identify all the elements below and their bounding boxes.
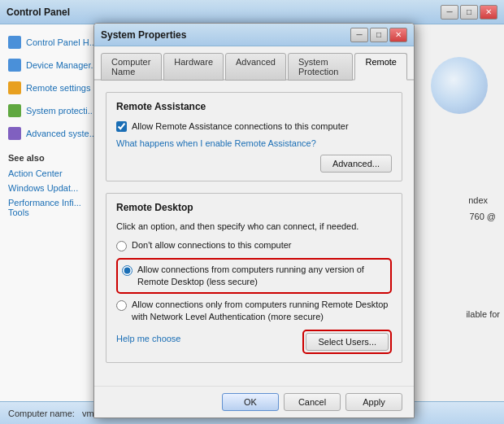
select-users-button[interactable]: Select Users... [306, 333, 389, 351]
remote-assistance-advanced-button[interactable]: Advanced... [320, 155, 392, 173]
radio-nla-label: Allow connections only from computers ru… [132, 299, 392, 323]
remote-desktop-description: Click an option, and then specify who ca… [116, 221, 392, 231]
dialog-titlebar: System Properties ─ □ ✕ [94, 24, 414, 46]
radio-allow-any-label: Allow connections from computers running… [137, 264, 386, 288]
ok-button[interactable]: OK [222, 393, 279, 411]
dialog-window-controls: ─ □ ✕ [350, 28, 407, 42]
select-users-area: Help me choose Select Users... [116, 330, 392, 354]
tab-advanced[interactable]: Advanced [225, 53, 286, 81]
apply-button[interactable]: Apply [345, 393, 402, 411]
radio-nla-row: Allow connections only from computers ru… [116, 299, 392, 323]
modal-overlay: System Properties ─ □ ✕ ? Computer Name … [0, 0, 504, 424]
dialog-footer: OK Cancel Apply [94, 386, 414, 417]
remote-assistance-checkbox-label: Allow Remote Assistance connections to t… [132, 120, 349, 132]
remote-desktop-section: Remote Desktop Click an option, and then… [106, 193, 402, 362]
tab-remote[interactable]: Remote [354, 53, 407, 81]
system-properties-dialog: System Properties ─ □ ✕ ? Computer Name … [93, 23, 415, 418]
radio-dont-allow-label: Don't allow connections to this computer [132, 239, 292, 251]
radio-dont-allow-row: Don't allow connections to this computer [116, 239, 392, 251]
tab-computer-name[interactable]: Computer Name [101, 53, 162, 81]
remote-assistance-checkbox-row: Allow Remote Assistance connections to t… [116, 120, 392, 132]
dialog-maximize-button[interactable]: □ [370, 28, 388, 42]
remote-desktop-title: Remote Desktop [116, 202, 392, 213]
remote-assistance-checkbox[interactable] [116, 121, 127, 132]
dialog-title: System Properties [101, 29, 350, 41]
tab-remote-content: Remote Assistance Allow Remote Assistanc… [94, 81, 414, 386]
dialog-close-button[interactable]: ✕ [389, 28, 407, 42]
tab-system-protection[interactable]: System Protection [288, 53, 354, 81]
cancel-button[interactable]: Cancel [284, 393, 341, 411]
radio-allow-any-row: Allow connections from computers running… [122, 264, 386, 288]
desktop: Control Panel ─ □ ✕ Control Panel H... D… [0, 0, 504, 424]
radio-dont-allow[interactable] [116, 241, 127, 251]
dialog-body: Computer Name Hardware Advanced System P… [94, 46, 414, 417]
radio-nla[interactable] [116, 300, 127, 311]
dialog-minimize-button[interactable]: ─ [350, 28, 368, 42]
remote-assistance-section: Remote Assistance Allow Remote Assistanc… [106, 92, 402, 181]
tab-bar: Computer Name Hardware Advanced System P… [94, 46, 414, 81]
advanced-button-container: Advanced... [116, 155, 392, 173]
remote-assistance-help-link[interactable]: What happens when I enable Remote Assist… [116, 138, 392, 148]
select-users-highlight: Select Users... [302, 330, 392, 354]
radio-allow-any[interactable] [122, 265, 133, 276]
tab-hardware[interactable]: Hardware [163, 53, 224, 81]
remote-assistance-title: Remote Assistance [116, 101, 392, 112]
radio-allow-any-highlight: Allow connections from computers running… [116, 258, 392, 294]
help-me-choose-link[interactable]: Help me choose [116, 334, 181, 343]
